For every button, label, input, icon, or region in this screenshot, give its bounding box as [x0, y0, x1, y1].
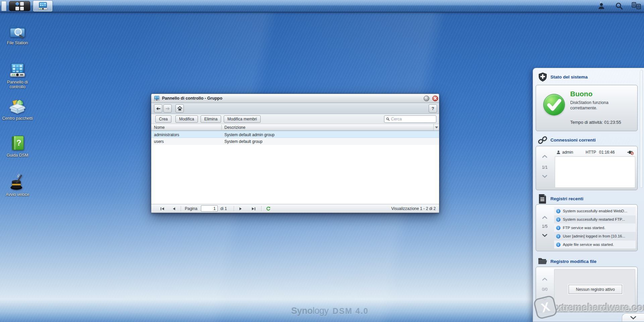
next-page-icon	[239, 207, 243, 211]
recent-logs-icon	[538, 194, 548, 204]
forward-button	[163, 104, 172, 113]
toolbar-separator	[261, 206, 262, 211]
delete-button[interactable]: Elimina	[201, 115, 221, 123]
column-divider[interactable]	[221, 125, 222, 130]
control-panel-group-window: Pannello di controllo - Gruppo	[151, 94, 439, 213]
main-menu-button[interactable]	[9, 1, 30, 11]
page-input[interactable]	[201, 205, 218, 212]
desktop-icon-control-panel[interactable]: Pannello di controllo	[2, 61, 33, 90]
log-item[interactable]: User [admin] logged in from [10.16...	[554, 232, 636, 240]
home-icon	[177, 106, 182, 111]
window-title-icon	[154, 96, 160, 101]
status-uptime: Tempo di attività: 01:23:55	[570, 120, 621, 125]
desktop-icon-label: Guida DSM	[2, 153, 33, 158]
taskbar-item-control-panel[interactable]	[33, 1, 52, 11]
home-button[interactable]	[175, 104, 184, 113]
info-icon	[556, 209, 560, 213]
edit-members-button[interactable]: Modifica membri	[224, 115, 261, 123]
refresh-button[interactable]	[265, 206, 271, 212]
header-menu-button[interactable]	[433, 124, 439, 130]
toolbar-separator	[181, 206, 181, 211]
info-icon	[556, 226, 560, 230]
brand-name-rest: logy	[313, 306, 329, 316]
table-row[interactable]: administrators System default admin grou…	[151, 131, 439, 138]
pager-up-button[interactable]	[541, 154, 549, 159]
prev-page-icon	[172, 207, 175, 211]
search-field[interactable]	[384, 115, 436, 123]
column-header-name[interactable]: Nome	[154, 125, 165, 130]
desktop-icon-file-station[interactable]: File Station	[2, 22, 33, 45]
connection-row: admin HTTP 01:16:46	[555, 148, 635, 156]
pager-down-button[interactable]	[541, 233, 549, 238]
desktop-icon-dsm-help[interactable]: ? Guida DSM	[2, 135, 33, 158]
close-button[interactable]	[432, 96, 438, 101]
disconnect-icon[interactable]	[627, 150, 634, 155]
prev-page-button[interactable]	[171, 206, 177, 212]
edit-button[interactable]: Modifica	[175, 115, 198, 123]
log-list: System successfully enabled WebD... Syst…	[554, 207, 636, 249]
pager-label: 1/1	[536, 165, 553, 170]
user-icon	[597, 2, 605, 10]
section-title-file-log: Registro modifica file	[550, 259, 596, 264]
log-item[interactable]: FTP service was started.	[554, 224, 636, 232]
user-menu-button[interactable]	[596, 1, 606, 11]
dsm-branding: Syno logy DSM 4.0	[291, 306, 369, 316]
taskbar	[0, 0, 644, 12]
page-of-label: di 1	[220, 206, 227, 211]
log-item[interactable]: System successfully restarted FTP...	[554, 215, 636, 223]
log-item[interactable]: System successfully enabled WebD...	[554, 207, 636, 215]
system-status-icon	[538, 72, 548, 82]
pager-up-button[interactable]	[541, 215, 549, 220]
connections-panel: 1/1 admin HTTP 01:16:46	[536, 146, 638, 190]
file-station-icon	[9, 22, 26, 40]
page-label: Pagina	[185, 206, 197, 211]
cell-description: System default group	[224, 139, 262, 144]
main-menu-icon	[15, 2, 24, 10]
desktop-icon-label: Avvio veloce	[2, 192, 33, 197]
desktop-icon-quick-start[interactable]: Avvio veloce	[2, 174, 33, 197]
search-icon	[615, 2, 623, 10]
recent-logs-panel: 1/5 System successfully enabled WebD... …	[536, 204, 638, 251]
log-text: Apple file service was started.	[563, 243, 614, 247]
section-title-recent-logs: Registri recenti	[550, 196, 583, 201]
info-icon	[556, 217, 560, 222]
brand-version: DSM 4.0	[333, 307, 369, 316]
first-page-button[interactable]	[159, 206, 165, 212]
window-title: Pannello di controllo - Gruppo	[162, 96, 222, 101]
status-value: Buono	[570, 90, 592, 98]
package-center-icon	[9, 98, 26, 115]
info-icon	[556, 243, 560, 247]
file-log-icon	[538, 257, 548, 267]
back-button[interactable]	[154, 104, 162, 113]
pager-down-button[interactable]	[541, 174, 549, 179]
window-titlebar[interactable]: Pannello di controllo - Gruppo	[151, 94, 439, 103]
last-page-icon	[252, 207, 256, 211]
widget-scrollbar[interactable]	[640, 70, 643, 188]
next-page-button[interactable]	[238, 206, 244, 212]
refresh-icon	[266, 206, 271, 211]
cell-name: users	[154, 139, 164, 144]
column-header-description[interactable]: Descrizione	[224, 125, 246, 130]
search-input[interactable]	[391, 117, 434, 121]
dsm-help-icon: ?	[9, 135, 26, 152]
minimize-button[interactable]	[424, 96, 429, 101]
log-item[interactable]: Apple file service was started.	[554, 240, 636, 249]
watermark: X xtremehardware.com	[533, 297, 644, 318]
first-page-icon	[160, 207, 164, 211]
brand-name-bold: Syno	[291, 306, 313, 316]
pilot-view-button[interactable]	[631, 1, 641, 11]
last-page-button[interactable]	[251, 206, 257, 212]
help-label: ?	[432, 106, 434, 111]
desktop-icon-package-center[interactable]: Centro pacchetti	[2, 98, 33, 121]
table-row[interactable]: users System default group	[151, 138, 439, 145]
status-ok-icon	[543, 94, 565, 115]
connections-list-area	[555, 156, 635, 188]
create-button[interactable]: Crea	[155, 115, 171, 123]
search-button[interactable]	[614, 1, 624, 11]
control-panel-icon	[9, 61, 26, 79]
system-status-panel: Buono DiskStation funziona correttamente…	[536, 85, 638, 131]
help-button[interactable]: ?	[429, 104, 437, 113]
show-desktop-button[interactable]	[1, 1, 6, 11]
pager-up-button[interactable]	[541, 276, 549, 282]
pager-label: 1/5	[536, 224, 553, 229]
